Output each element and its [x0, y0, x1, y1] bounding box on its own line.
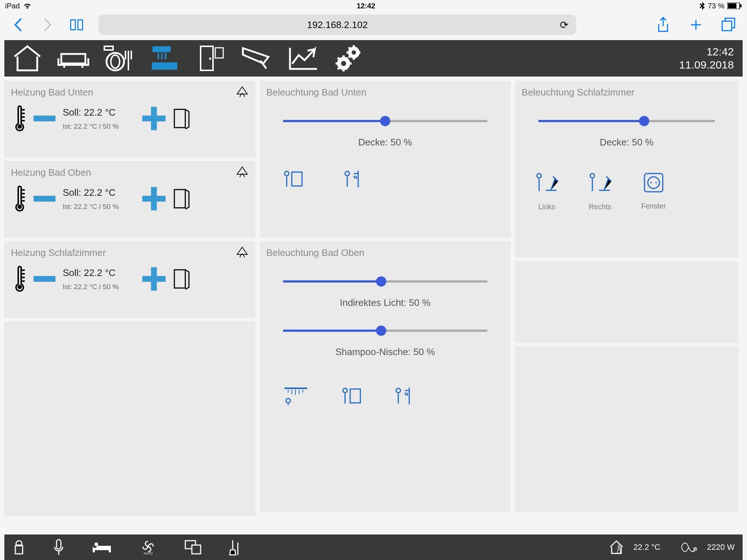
svg-rect-21 [34, 196, 55, 202]
device-label: iPad [5, 2, 20, 10]
svg-point-42 [94, 542, 98, 546]
svg-rect-5 [104, 46, 113, 50]
svg-rect-25 [34, 276, 55, 282]
app-navbar: 12:42 11.09.2018 [4, 40, 743, 77]
svg-rect-9 [201, 46, 213, 70]
svg-text:AUTO: AUTO [144, 552, 153, 555]
svg-point-36 [590, 174, 595, 178]
svg-point-28 [285, 171, 289, 176]
mic-icon[interactable] [53, 539, 64, 556]
fan-icon[interactable]: AUTO [139, 539, 157, 555]
increase-button[interactable] [142, 107, 166, 130]
window-icon[interactable] [172, 188, 190, 209]
safari-toolbar: 192.168.2.102 ⟳ [0, 12, 747, 38]
svg-rect-4 [722, 21, 732, 31]
slider-shampoo[interactable] [283, 330, 487, 332]
svg-point-15 [341, 61, 346, 66]
svg-rect-10 [215, 48, 223, 58]
svg-point-40 [655, 182, 657, 183]
footer-power: 2220 W [707, 542, 735, 552]
footer-temp: 22.2 °C [634, 542, 661, 552]
svg-rect-45 [192, 545, 201, 554]
new-tab-button[interactable] [689, 18, 703, 32]
svg-rect-2 [740, 4, 742, 7]
svg-rect-23 [142, 196, 166, 202]
svg-rect-41 [57, 540, 61, 549]
ceiling-spots-icon[interactable] [283, 386, 309, 406]
battery-icon [727, 3, 742, 9]
svg-point-32 [343, 388, 347, 393]
thermometer-icon [14, 186, 26, 212]
status-time: 12:42 [357, 2, 375, 10]
power-icon: P [681, 540, 697, 555]
flame-icon [236, 86, 249, 99]
shower-light-icon[interactable] [344, 169, 364, 189]
nav-bath-icon[interactable] [149, 44, 182, 73]
svg-point-20 [18, 205, 22, 209]
battery-pct: 73 % [708, 2, 724, 10]
svg-rect-1 [728, 3, 736, 8]
app-footer: AUTO 22.2 °C P 2220 W [4, 534, 743, 560]
tile-light-bad-unten: Beleuchtung Bad Unten Decke: 50 % [260, 81, 511, 238]
svg-rect-29 [292, 172, 302, 186]
nav-settings-icon[interactable] [333, 44, 365, 73]
svg-point-34 [396, 388, 400, 393]
bookmarks-button[interactable] [69, 18, 84, 32]
thermometer-icon [14, 266, 26, 292]
back-button[interactable] [11, 18, 26, 32]
mirror-light-icon[interactable] [283, 169, 303, 189]
window-icon[interactable] [172, 108, 190, 129]
svg-point-24 [18, 285, 22, 289]
cleaning-icon[interactable] [229, 539, 242, 556]
nav-kitchen-icon[interactable] [103, 44, 136, 73]
house-temp-icon [609, 540, 624, 555]
bluetooth-icon [700, 2, 705, 10]
increase-button[interactable] [142, 187, 166, 210]
thermometer-icon [14, 105, 26, 132]
increase-button[interactable] [142, 267, 166, 291]
decrease-button[interactable] [33, 267, 56, 291]
nav-living-icon[interactable] [57, 44, 90, 73]
svg-point-7 [111, 55, 120, 68]
nav-home-icon[interactable] [11, 44, 44, 73]
svg-text:P: P [693, 547, 697, 554]
wifi-icon [23, 2, 32, 9]
socket-icon[interactable] [643, 172, 664, 193]
shower-light-icon[interactable] [395, 386, 415, 406]
window-icon[interactable] [172, 268, 190, 289]
lamp-left-icon[interactable] [535, 172, 559, 194]
svg-point-13 [352, 50, 356, 55]
decrease-button[interactable] [33, 107, 56, 130]
decrease-button[interactable] [33, 187, 56, 210]
tile-empty-1 [4, 322, 255, 516]
bed-icon[interactable] [92, 540, 112, 555]
svg-rect-17 [34, 116, 55, 121]
mirror-light-icon[interactable] [341, 386, 362, 406]
nav-camera-icon[interactable] [241, 44, 274, 73]
svg-point-38 [648, 177, 659, 188]
url-field[interactable]: 192.168.2.102 ⟳ [98, 15, 576, 35]
slider-decke-bu[interactable] [283, 120, 487, 122]
ios-status-bar: iPad 12:42 73 % [0, 0, 747, 12]
slider-indirekt[interactable] [283, 280, 487, 283]
flame-icon [236, 166, 249, 179]
svg-rect-19 [142, 116, 166, 121]
nav-chart-icon[interactable] [287, 44, 320, 73]
svg-point-11 [209, 58, 211, 60]
tile-empty-2 [515, 261, 738, 343]
lamp-right-icon[interactable] [588, 172, 612, 194]
svg-rect-33 [350, 389, 360, 403]
nav-datetime: 12:42 11.09.2018 [679, 45, 736, 71]
share-button[interactable] [656, 18, 670, 32]
tile-heating-bad-unten: Heizung Bad Unten Soll: 22.2 °C Ist: 22.… [4, 81, 255, 158]
reload-icon[interactable]: ⟳ [560, 19, 568, 31]
slider-decke-sz[interactable] [538, 120, 715, 122]
key-icon[interactable] [12, 539, 26, 555]
tile-light-bad-oben: Beleuchtung Bad Oben Indirektes Licht: 5… [260, 241, 511, 512]
tile-heating-bad-oben: Heizung Bad Oben Soll: 22.2 °C Ist: 22.2… [4, 161, 255, 238]
devices-icon[interactable] [185, 540, 201, 555]
tile-empty-3 [515, 346, 738, 512]
tabs-button[interactable] [721, 18, 736, 32]
nav-door-icon[interactable] [195, 44, 228, 73]
svg-point-39 [650, 182, 652, 183]
